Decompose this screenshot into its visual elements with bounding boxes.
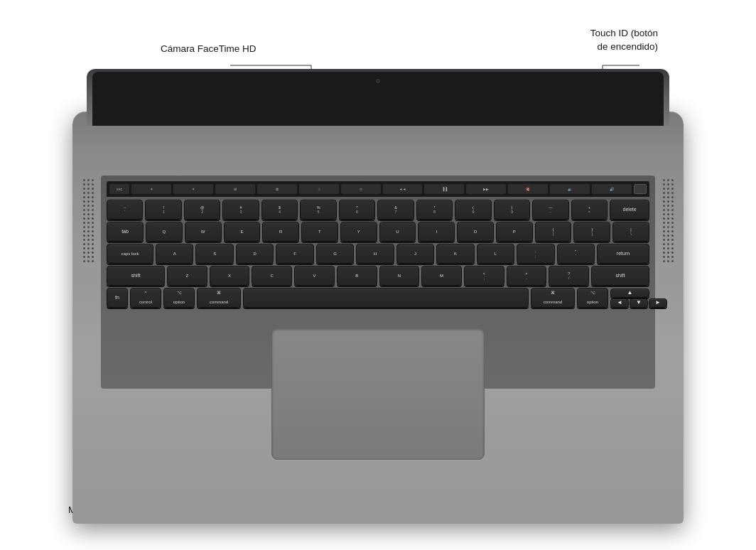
screen-display bbox=[92, 72, 664, 126]
key-spacebar[interactable] bbox=[243, 288, 529, 308]
camera-label: Cámara FaceTime HD bbox=[161, 43, 256, 56]
f1-touchbar: ☀ bbox=[131, 184, 171, 194]
f2-touchbar: ☀ bbox=[173, 184, 213, 194]
key-bracket-right[interactable]: }] bbox=[573, 222, 610, 242]
key-shift-left[interactable]: shift bbox=[107, 266, 165, 286]
f6-touchbar: ⊙ bbox=[341, 184, 381, 194]
esc-touchbar: esc bbox=[109, 184, 129, 194]
key-1[interactable]: !1 bbox=[145, 200, 181, 220]
key-s[interactable]: S bbox=[195, 244, 233, 264]
key-bracket-left[interactable]: {[ bbox=[535, 222, 572, 242]
keyboard-rows: ~` !1 @2 #3 $4 %5 ^6 &7 *8 (9 )0 —- += d… bbox=[107, 200, 649, 308]
key-tilde[interactable]: ~` bbox=[107, 200, 143, 220]
page-container: Cámara FaceTime HD Touch ID (botón de en… bbox=[0, 0, 756, 550]
camera bbox=[376, 79, 380, 83]
key-l[interactable]: L bbox=[477, 244, 514, 264]
f12-touchbar: 🔊 bbox=[592, 184, 632, 194]
touch-id-label: Touch ID (botón de encendido) bbox=[590, 27, 658, 54]
key-b[interactable]: B bbox=[337, 266, 377, 286]
key-command-right[interactable]: ⌘command bbox=[531, 288, 575, 308]
key-f[interactable]: F bbox=[276, 244, 313, 264]
qwerty-row: tab Q W E R T Y U I O P {[ }] |\ bbox=[107, 222, 649, 242]
key-delete[interactable]: delete bbox=[610, 200, 649, 220]
asdf-row: caps lock A S D F G H J K L :; "' return bbox=[107, 244, 649, 264]
key-comma[interactable]: <, bbox=[464, 266, 504, 286]
key-quote[interactable]: "' bbox=[557, 244, 595, 264]
f11-touchbar: 🔉 bbox=[550, 184, 590, 194]
key-3[interactable]: #3 bbox=[222, 200, 259, 220]
f4-touchbar: ⊠ bbox=[257, 184, 297, 194]
key-capslock[interactable]: caps lock bbox=[107, 244, 153, 264]
key-arrow-up[interactable]: ▲ bbox=[610, 289, 649, 298]
bottom-row: fn ^control ⌥option ⌘command ⌘command ⌥o… bbox=[107, 288, 649, 308]
key-backslash[interactable]: |\ bbox=[612, 222, 649, 242]
f8-touchbar: ▐▐ bbox=[424, 184, 464, 194]
key-g[interactable]: G bbox=[316, 244, 354, 264]
key-u[interactable]: U bbox=[379, 222, 416, 242]
key-c[interactable]: C bbox=[252, 266, 292, 286]
macbook-illustration: esc ☀ ☀ ⊞ ⊠ ☆ ⊙ ◄◄ ▐▐ ▶▶ 🔇 🔉 🔊 bbox=[72, 69, 684, 524]
key-semicolon[interactable]: :; bbox=[517, 244, 554, 264]
key-6[interactable]: ^6 bbox=[339, 200, 375, 220]
key-arrow-down[interactable]: ▼ bbox=[630, 298, 648, 308]
key-a[interactable]: A bbox=[156, 244, 193, 264]
key-n[interactable]: N bbox=[379, 266, 420, 286]
f10-touchbar: 🔇 bbox=[508, 184, 548, 194]
speaker-left bbox=[78, 179, 98, 357]
key-j[interactable]: J bbox=[396, 244, 434, 264]
f5-touchbar: ☆ bbox=[299, 184, 339, 194]
key-arrow-left[interactable]: ◄ bbox=[610, 298, 629, 308]
key-z[interactable]: Z bbox=[167, 266, 207, 286]
key-w[interactable]: W bbox=[185, 222, 222, 242]
f9-touchbar: ▶▶ bbox=[466, 184, 506, 194]
key-shift-right[interactable]: shift bbox=[591, 266, 649, 286]
key-period[interactable]: >. bbox=[507, 266, 547, 286]
key-9[interactable]: (9 bbox=[455, 200, 491, 220]
key-equals[interactable]: += bbox=[571, 200, 608, 220]
speaker-right bbox=[658, 179, 678, 357]
key-slash[interactable]: ?/ bbox=[549, 266, 589, 286]
zxcv-row: shift Z X C V B N M <, >. ?/ shift bbox=[107, 266, 649, 286]
key-8[interactable]: *8 bbox=[416, 200, 453, 220]
trackpad[interactable] bbox=[271, 328, 485, 460]
key-h[interactable]: H bbox=[356, 244, 394, 264]
key-2[interactable]: @2 bbox=[184, 200, 220, 220]
key-command-left[interactable]: ⌘command bbox=[197, 288, 241, 308]
key-x[interactable]: X bbox=[210, 266, 250, 286]
number-row: ~` !1 @2 #3 $4 %5 ^6 &7 *8 (9 )0 —- += d… bbox=[107, 200, 649, 220]
key-k[interactable]: K bbox=[436, 244, 474, 264]
key-tab[interactable]: tab bbox=[107, 222, 144, 242]
key-option-right[interactable]: ⌥option bbox=[577, 288, 608, 308]
key-m[interactable]: M bbox=[421, 266, 462, 286]
key-y[interactable]: Y bbox=[340, 222, 377, 242]
touch-id-button[interactable] bbox=[634, 184, 647, 194]
key-5[interactable]: %5 bbox=[300, 200, 336, 220]
key-return[interactable]: return bbox=[597, 244, 649, 264]
key-r[interactable]: R bbox=[262, 222, 299, 242]
key-t[interactable]: T bbox=[301, 222, 338, 242]
key-minus[interactable]: —- bbox=[532, 200, 568, 220]
key-option-left[interactable]: ⌥option bbox=[163, 288, 195, 308]
key-q[interactable]: Q bbox=[146, 222, 183, 242]
f3-touchbar: ⊞ bbox=[215, 184, 255, 194]
screen-lid bbox=[87, 69, 669, 126]
key-fn[interactable]: fn bbox=[107, 288, 128, 308]
f7-touchbar: ◄◄ bbox=[383, 184, 423, 194]
key-4[interactable]: $4 bbox=[261, 200, 298, 220]
key-p[interactable]: P bbox=[496, 222, 533, 242]
key-e[interactable]: E bbox=[224, 222, 261, 242]
key-d[interactable]: D bbox=[236, 244, 274, 264]
touch-bar: esc ☀ ☀ ⊞ ⊠ ☆ ⊙ ◄◄ ▐▐ ▶▶ 🔇 🔉 🔊 bbox=[107, 181, 649, 197]
key-o[interactable]: O bbox=[457, 222, 494, 242]
key-i[interactable]: I bbox=[418, 222, 455, 242]
arrow-cluster: ▲ ◄ ▼ ► bbox=[610, 289, 649, 308]
key-control[interactable]: ^control bbox=[130, 288, 161, 308]
key-v[interactable]: V bbox=[294, 266, 335, 286]
key-7[interactable]: &7 bbox=[377, 200, 414, 220]
key-arrow-right[interactable]: ► bbox=[649, 298, 667, 308]
key-0[interactable]: )0 bbox=[494, 200, 530, 220]
laptop-body: esc ☀ ☀ ⊞ ⊠ ☆ ⊙ ◄◄ ▐▐ ▶▶ 🔇 🔉 🔊 bbox=[72, 112, 684, 524]
